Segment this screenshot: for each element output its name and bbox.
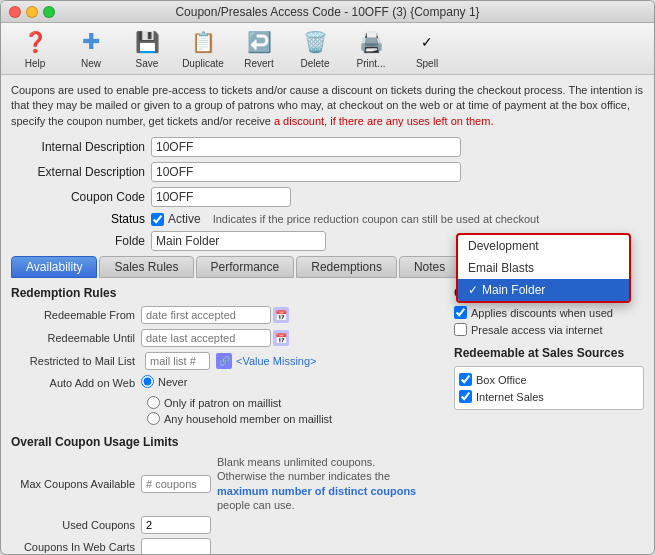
tab-redemptions[interactable]: Redemptions <box>296 256 397 278</box>
active-label: Active <box>168 212 201 226</box>
main-content: Coupons are used to enable pre-access to… <box>1 75 654 554</box>
coupon-code-label: Coupon Code <box>11 190 151 204</box>
radio-never-row: Never <box>141 375 187 388</box>
status-content: Active Indicates if the price reduction … <box>151 212 539 226</box>
coupon-code-row: Coupon Code <box>11 187 644 207</box>
redemption-rules-title: Redemption Rules <box>11 286 444 300</box>
redeemable-from-input[interactable] <box>141 306 271 324</box>
max-coupons-row: Max Coupons Available Blank means unlimi… <box>11 455 444 512</box>
applies-discounts-checkbox[interactable] <box>454 306 467 319</box>
dropdown-item-development[interactable]: Development <box>458 235 629 257</box>
radio-patron-label: Only if patron on maillist <box>164 397 281 409</box>
save-button[interactable]: 💾 Save <box>121 27 173 71</box>
redeemable-until-input[interactable] <box>141 329 271 347</box>
internal-description-row: Internal Description <box>11 137 644 157</box>
tab-content-availability: Redemption Rules Redeemable From 📅 Redee… <box>11 286 644 554</box>
internet-sales-checkbox[interactable] <box>459 390 472 403</box>
presale-access-row: Presale access via internet <box>454 323 644 336</box>
radio-never-label: Never <box>158 376 187 388</box>
traffic-lights <box>9 6 55 18</box>
presale-access-checkbox[interactable] <box>454 323 467 336</box>
spell-button[interactable]: ✓ Spell <box>401 27 453 71</box>
external-description-label: External Description <box>11 165 151 179</box>
sales-sources-title: Redeemable at Sales Sources <box>454 346 644 360</box>
dropdown-item-main-folder[interactable]: ✓Main Folder <box>458 279 629 301</box>
zoom-button[interactable] <box>43 6 55 18</box>
internal-description-input[interactable] <box>151 137 461 157</box>
folder-select-area: Main Folder <box>151 231 326 251</box>
redeemable-until-label: Redeemable Until <box>11 332 141 344</box>
tab-sales-rules[interactable]: Sales Rules <box>99 256 193 278</box>
used-coupons-row: Used Coupons <box>11 516 444 534</box>
tab-performance[interactable]: Performance <box>196 256 295 278</box>
mail-list-link-icon[interactable]: 🔗 <box>216 353 232 369</box>
calendar-icon-from[interactable]: 📅 <box>273 307 289 323</box>
internal-description-label: Internal Description <box>11 140 151 154</box>
usage-section: Overall Coupon Usage Limits Max Coupons … <box>11 435 444 554</box>
new-button[interactable]: ✚ New <box>65 27 117 71</box>
radio-never[interactable] <box>141 375 154 388</box>
overall-limits-title: Overall Coupon Usage Limits <box>11 435 444 449</box>
internet-sales-item: Internet Sales <box>459 388 639 405</box>
box-office-item: Box Office <box>459 371 639 388</box>
mail-list-label: Restricted to Mail List <box>11 355 141 367</box>
new-icon: ✚ <box>77 28 105 56</box>
radio-household-label: Any household member on maillist <box>164 413 332 425</box>
help-button[interactable]: ❓ Help <box>9 27 61 71</box>
status-label: Status <box>11 212 151 226</box>
tab-availability[interactable]: Availability <box>11 256 97 278</box>
radio-patron[interactable] <box>147 396 160 409</box>
presale-access-label: Presale access via internet <box>471 324 602 336</box>
redeemable-from-label: Redeemable From <box>11 309 141 321</box>
external-description-input[interactable] <box>151 162 461 182</box>
folder-label: Folde <box>11 234 151 248</box>
window-title: Coupon/Presales Access Code - 10OFF (3) … <box>175 5 479 19</box>
left-column: Redemption Rules Redeemable From 📅 Redee… <box>11 286 444 554</box>
folder-select[interactable]: Main Folder <box>151 231 326 251</box>
web-carts-row: Coupons In Web Carts <box>11 538 444 554</box>
max-coupons-label: Max Coupons Available <box>11 478 141 490</box>
dropdown-item-email-blasts[interactable]: Email Blasts <box>458 257 629 279</box>
redeemable-until-row: Redeemable Until 📅 <box>11 329 444 347</box>
revert-icon: ↩️ <box>245 28 273 56</box>
radio-household-row: Any household member on maillist <box>147 412 444 425</box>
delete-icon: 🗑️ <box>301 28 329 56</box>
checkmark-icon: ✓ <box>468 283 478 297</box>
folder-dropdown-popup: Development Email Blasts ✓Main Folder <box>456 233 631 303</box>
used-coupons-label: Used Coupons <box>11 519 141 531</box>
applies-discounts-label: Applies discounts when used <box>471 307 613 319</box>
box-office-label: Box Office <box>476 374 527 386</box>
duplicate-icon: 📋 <box>189 28 217 56</box>
redeemable-from-row: Redeemable From 📅 <box>11 306 444 324</box>
box-office-checkbox[interactable] <box>459 373 472 386</box>
internet-sales-label: Internet Sales <box>476 391 544 403</box>
title-bar: Coupon/Presales Access Code - 10OFF (3) … <box>1 1 654 23</box>
duplicate-button[interactable]: 📋 Duplicate <box>177 27 229 71</box>
applies-discounts-row: Applies discounts when used <box>454 306 644 319</box>
delete-button[interactable]: 🗑️ Delete <box>289 27 341 71</box>
help-icon: ❓ <box>21 28 49 56</box>
active-checkbox[interactable] <box>151 213 164 226</box>
close-button[interactable] <box>9 6 21 18</box>
radio-household[interactable] <box>147 412 160 425</box>
toolbar: ❓ Help ✚ New 💾 Save 📋 Duplicate ↩️ Rever… <box>1 23 654 75</box>
value-missing-link[interactable]: <Value Missing> <box>236 355 317 367</box>
sales-sources-box: Redeemable at Sales Sources Box Office I… <box>454 346 644 410</box>
minimize-button[interactable] <box>26 6 38 18</box>
print-button[interactable]: 🖨️ Print... <box>345 27 397 71</box>
max-coupons-input[interactable] <box>141 475 211 493</box>
right-column: Coupon Usage Type Applies discounts when… <box>454 286 644 554</box>
coupon-code-input[interactable] <box>151 187 291 207</box>
spell-icon: ✓ <box>413 28 441 56</box>
web-carts-label: Coupons In Web Carts <box>11 541 141 553</box>
availability-note: Indicates if the price reduction coupon … <box>213 213 540 225</box>
revert-button[interactable]: ↩️ Revert <box>233 27 285 71</box>
used-coupons-input[interactable] <box>141 516 211 534</box>
tab-notes[interactable]: Notes <box>399 256 460 278</box>
save-icon: 💾 <box>133 28 161 56</box>
calendar-icon-until[interactable]: 📅 <box>273 330 289 346</box>
mail-list-input[interactable] <box>145 352 210 370</box>
max-coupons-note: Blank means unlimited coupons. Otherwise… <box>217 455 417 512</box>
auto-add-row: Auto Add on Web Never <box>11 375 444 391</box>
web-carts-input[interactable] <box>141 538 211 554</box>
